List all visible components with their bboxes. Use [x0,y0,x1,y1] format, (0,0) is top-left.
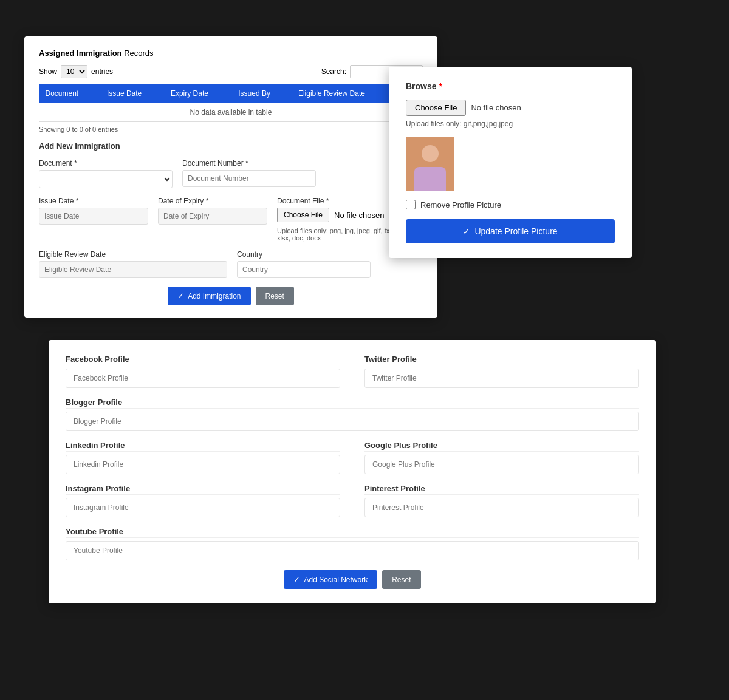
no-file-chosen: No file chosen [334,211,384,220]
document-label: Document * [39,159,173,168]
browse-asterisk: * [439,81,442,91]
social-reset-button[interactable]: Reset [382,570,420,589]
social-row-1: Facebook Profile Twitter Profile [66,355,639,388]
youtube-group: Youtube Profile [66,527,639,560]
country-group: Country [237,250,371,278]
document-number-label: Document Number * [182,159,316,168]
eligible-review-group: Eligible Review Date [39,250,227,278]
section-title-rest: Records [122,49,154,58]
add-new-title: Add New Immigration [39,141,423,151]
facebook-label: Facebook Profile [66,355,340,365]
youtube-input[interactable] [66,541,639,560]
linkedin-label: Linkedin Profile [66,441,340,452]
browse-no-file: No file chosen [471,103,521,112]
browse-upload-hint: Upload files only: gif,png,jpg,jpeg [406,120,615,128]
eligible-review-label: Eligible Review Date [39,250,227,259]
entries-label: entries [91,67,113,76]
add-immigration-label: Add Immigration [188,292,241,301]
browse-card: Browse * Choose File No file chosen Uplo… [389,67,632,258]
add-social-button[interactable]: Add Social Network [284,570,377,589]
person-shirt [414,167,446,191]
person-head [422,145,439,162]
social-row-4: Instagram Profile Pinterest Profile [66,484,639,517]
remove-pic-checkbox[interactable] [406,200,416,209]
form-row-2: Issue Date * Date of Expiry * Document F… [39,197,423,242]
facebook-group: Facebook Profile [66,355,340,388]
update-profile-button[interactable]: Update Profile Picture [406,219,615,243]
show-label: Show [39,67,57,76]
issue-date-group: Issue Date * [39,197,148,242]
col-eligible-review: Eligible Review Date [292,84,400,103]
document-number-input[interactable] [182,170,316,187]
blogger-label: Blogger Profile [66,398,639,409]
immigration-table: Document Issue Date Expiry Date Issued B… [39,84,423,122]
googleplus-input[interactable] [364,455,639,474]
instagram-group: Instagram Profile [66,484,340,517]
googleplus-group: Google Plus Profile [364,441,639,474]
remove-pic-row: Remove Profile Picture [406,200,615,209]
checkmark-icon [177,291,184,301]
col-issued-by: Issued By [232,84,292,103]
social-row-5: Youtube Profile [66,527,639,560]
col-document: Document [39,84,101,103]
document-select[interactable] [39,170,173,188]
instagram-label: Instagram Profile [66,484,340,495]
date-of-expiry-label: Date of Expiry * [158,197,267,205]
facebook-input[interactable] [66,369,340,388]
social-actions: Add Social Network Reset [66,570,639,589]
update-checkmark-icon [463,226,470,236]
linkedin-group: Linkedin Profile [66,441,340,474]
document-group: Document * [39,159,173,188]
linkedin-input[interactable] [66,455,340,474]
browse-title-text: Browse [406,81,437,91]
choose-file-button[interactable]: Choose File [277,208,329,222]
profile-photo [406,137,454,191]
date-of-expiry-input[interactable] [158,208,267,225]
googleplus-label: Google Plus Profile [364,441,639,452]
issue-date-input[interactable] [39,208,148,225]
form-row-3: Eligible Review Date Country [39,250,423,278]
blogger-group: Blogger Profile [66,398,639,431]
add-social-label: Add Social Network [304,576,368,584]
entries-select[interactable]: 10 25 50 [61,65,87,78]
showing-text: Showing 0 to 0 of 0 entries [39,126,423,133]
immigration-reset-button[interactable]: Reset [256,287,294,305]
twitter-group: Twitter Profile [364,355,639,388]
social-card: Facebook Profile Twitter Profile Blogger… [49,340,656,603]
eligible-review-input[interactable] [39,261,227,278]
browse-choose-file-button[interactable]: Choose File [406,100,466,116]
instagram-input[interactable] [66,498,340,517]
issue-date-label: Issue Date * [39,197,148,205]
date-of-expiry-group: Date of Expiry * [158,197,267,242]
show-entries-row: Show 10 25 50 entries Search: [39,65,423,78]
document-number-group: Document Number * [182,159,316,188]
browse-file-row: Choose File No file chosen [406,100,615,116]
twitter-label: Twitter Profile [364,355,639,365]
update-profile-label: Update Profile Picture [474,226,557,236]
country-label: Country [237,250,371,259]
twitter-input[interactable] [364,369,639,388]
search-label: Search: [321,67,346,76]
social-row-3: Linkedin Profile Google Plus Profile [66,441,639,474]
immigration-actions: Add Immigration Reset [39,287,423,305]
col-expiry-date: Expiry Date [165,84,232,103]
social-row-2: Blogger Profile [66,398,639,431]
pinterest-label: Pinterest Profile [364,484,639,495]
remove-pic-label: Remove Profile Picture [420,200,501,209]
browse-title: Browse * [406,81,615,91]
youtube-label: Youtube Profile [66,527,639,538]
table-row: No data available in table [39,103,423,122]
country-input[interactable] [237,261,371,278]
social-checkmark-icon [293,575,300,584]
blogger-input[interactable] [66,412,639,431]
pinterest-group: Pinterest Profile [364,484,639,517]
section-title-bold: Assigned Immigration [39,49,122,58]
pinterest-input[interactable] [364,498,639,517]
table-header-row: Document Issue Date Expiry Date Issued B… [39,84,423,103]
no-data-cell: No data available in table [39,103,423,122]
add-immigration-button[interactable]: Add Immigration [168,287,250,305]
profile-photo-figure [406,137,454,191]
section-title: Assigned Immigration Records [39,49,423,58]
form-row-1: Document * Document Number * [39,159,423,188]
col-issue-date: Issue Date [101,84,165,103]
